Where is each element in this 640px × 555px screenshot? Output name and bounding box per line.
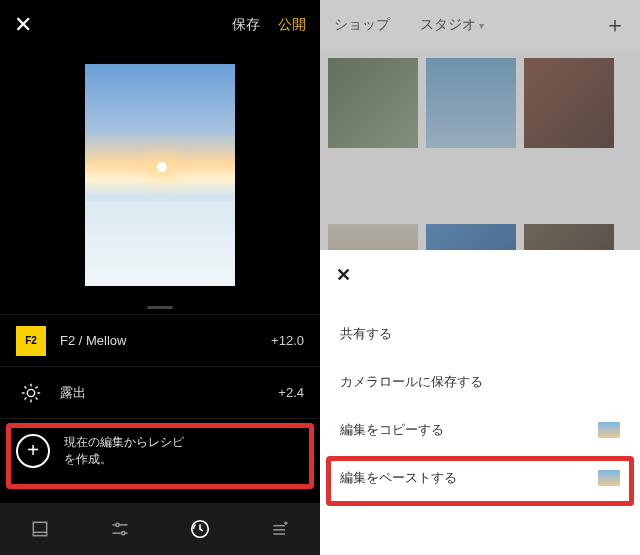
studio-tab[interactable]: スタジオ▾ (420, 16, 604, 34)
recipes-tab-icon[interactable] (268, 517, 292, 541)
close-icon[interactable]: ✕ (336, 264, 351, 286)
thumb-icon (598, 422, 620, 438)
grid-thumb[interactable] (524, 58, 614, 148)
paste-edits-action[interactable]: 編集をペーストする (320, 454, 640, 502)
copy-edits-action[interactable]: 編集をコピーする (320, 406, 640, 454)
share-action[interactable]: 共有する (320, 310, 640, 358)
history-tab-icon[interactable] (188, 517, 212, 541)
close-icon[interactable]: ✕ (14, 12, 32, 38)
save-button[interactable]: 保存 (232, 16, 260, 34)
exposure-value: +2.4 (278, 385, 304, 400)
exposure-row[interactable]: 露出 +2.4 (0, 366, 320, 418)
chevron-down-icon: ▾ (479, 20, 484, 31)
grid-thumb[interactable] (328, 58, 418, 148)
filter-row[interactable]: F2 F2 / Mellow +12.0 (0, 314, 320, 366)
presets-tab-icon[interactable] (28, 517, 52, 541)
sliders-tab-icon[interactable] (108, 517, 132, 541)
action-label: 編集をペーストする (340, 470, 457, 487)
svg-line-7 (24, 397, 26, 399)
add-button[interactable]: ＋ (604, 10, 626, 40)
filter-badge: F2 (16, 326, 46, 356)
svg-line-6 (36, 397, 38, 399)
svg-point-12 (116, 523, 119, 526)
shop-tab[interactable]: ショップ (334, 16, 390, 34)
editor-header: ✕ 保存 公開 (0, 0, 320, 50)
drag-handle[interactable] (0, 300, 320, 314)
preview-area[interactable] (0, 50, 320, 300)
svg-rect-9 (33, 522, 46, 535)
publish-button[interactable]: 公開 (278, 16, 306, 34)
editor-pane: ✕ 保存 公開 F2 F2 / Mellow +12.0 (0, 0, 320, 555)
plus-circle-icon: + (16, 434, 50, 468)
exposure-label: 露出 (60, 384, 278, 402)
preview-image (85, 64, 235, 286)
filter-value: +12.0 (271, 333, 304, 348)
action-label: 編集をコピーする (340, 422, 444, 439)
action-label: 共有する (340, 326, 392, 343)
action-sheet: ✕ 共有する カメラロールに保存する 編集をコピーする 編集をペーストする (320, 250, 640, 555)
studio-pane: ショップ スタジオ▾ ＋ ✕ 共有する カメラ (320, 0, 640, 555)
svg-line-5 (24, 386, 26, 388)
exposure-icon (16, 378, 46, 408)
grid-thumb[interactable] (426, 58, 516, 148)
recipe-label: 現在の編集からレシピを作成。 (64, 434, 184, 466)
create-recipe-row[interactable]: + 現在の編集からレシピを作成。 (0, 418, 320, 482)
filter-name: F2 / Mellow (60, 333, 271, 348)
svg-point-14 (122, 532, 125, 535)
svg-line-8 (36, 386, 38, 388)
bottom-toolbar (0, 503, 320, 555)
studio-header: ショップ スタジオ▾ ＋ (320, 0, 640, 50)
svg-point-0 (27, 389, 34, 396)
save-to-cameraroll-action[interactable]: カメラロールに保存する (320, 358, 640, 406)
thumb-icon (598, 470, 620, 486)
action-label: カメラロールに保存する (340, 374, 483, 391)
